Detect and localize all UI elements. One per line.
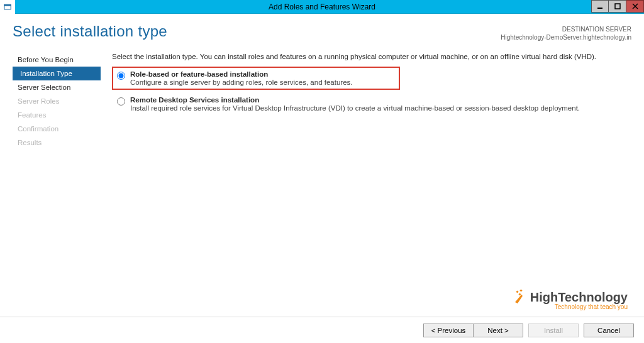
logo-tagline: Technology that teach you (513, 303, 628, 310)
option-rds[interactable]: Remote Desktop Services installation Ins… (112, 92, 625, 116)
sidebar-step-installation-type[interactable]: Installation Type (13, 67, 101, 80)
radio-rds[interactable] (117, 97, 125, 106)
sidebar-step-server-roles: Server Roles (13, 94, 101, 108)
option-role-based-desc: Configure a single server by adding role… (130, 79, 353, 86)
svg-rect-1 (4, 4, 11, 6)
logo-text: HighTechnology (530, 290, 628, 305)
page-title: Select installation type (13, 23, 167, 40)
close-button[interactable] (626, 0, 644, 13)
svg-rect-3 (615, 4, 620, 9)
svg-rect-8 (518, 293, 521, 295)
window-icon (0, 0, 15, 14)
svg-rect-2 (597, 8, 602, 9)
previous-button[interactable]: < Previous (423, 324, 474, 337)
wizard-main-content: Select the installation type. You can in… (101, 50, 644, 150)
window-title: Add Roles and Features Wizard (0, 3, 644, 11)
sidebar-step-before-you-begin[interactable]: Before You Begin (13, 53, 101, 67)
destination-server-info: DESTINATION SERVER Hightechnology-DemoSe… (501, 23, 631, 41)
option-rds-title: Remote Desktop Services installation (130, 96, 580, 104)
sidebar-step-server-selection[interactable]: Server Selection (13, 80, 101, 94)
next-button[interactable]: Next > (473, 324, 523, 337)
wizard-steps-sidebar: Before You Begin Installation Type Serve… (13, 50, 101, 150)
option-role-based-title: Role-based or feature-based installation (130, 70, 353, 78)
title-bar: Add Roles and Features Wizard (0, 0, 644, 14)
install-button: Install (528, 324, 579, 337)
sidebar-step-features: Features (13, 108, 101, 122)
svg-rect-7 (519, 290, 522, 292)
svg-rect-6 (516, 290, 518, 293)
destination-label: DESTINATION SERVER (501, 25, 631, 33)
cancel-button[interactable]: Cancel (584, 324, 634, 337)
wizard-footer: < Previous Next > Install Cancel (0, 317, 644, 343)
window-controls (591, 0, 644, 13)
sidebar-step-confirmation: Confirmation (13, 122, 101, 136)
intro-text: Select the installation type. You can in… (112, 53, 625, 60)
option-rds-desc: Install required role services for Virtu… (130, 104, 580, 112)
sidebar-step-results: Results (13, 136, 101, 150)
wizard-header: Select installation type DESTINATION SER… (0, 14, 644, 44)
watermark-logo: HighTechnology Technology that teach you (513, 290, 628, 310)
radio-role-based[interactable] (117, 72, 125, 80)
maximize-button[interactable] (609, 0, 626, 13)
destination-value: Hightechnology-DemoServer.hightechnology… (501, 33, 631, 41)
option-role-based[interactable]: Role-based or feature-based installation… (112, 67, 400, 90)
logo-icon (513, 290, 528, 305)
minimize-button[interactable] (591, 0, 609, 13)
